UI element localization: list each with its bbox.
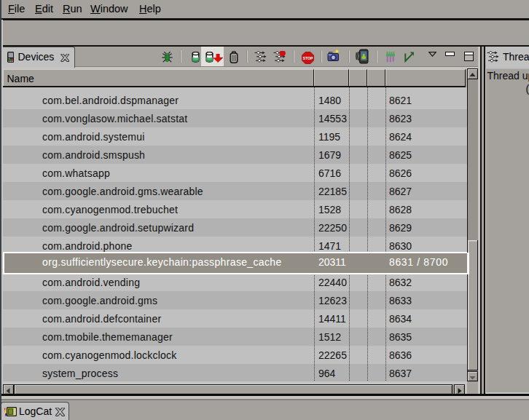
- svg-text:STOP: STOP: [302, 56, 313, 60]
